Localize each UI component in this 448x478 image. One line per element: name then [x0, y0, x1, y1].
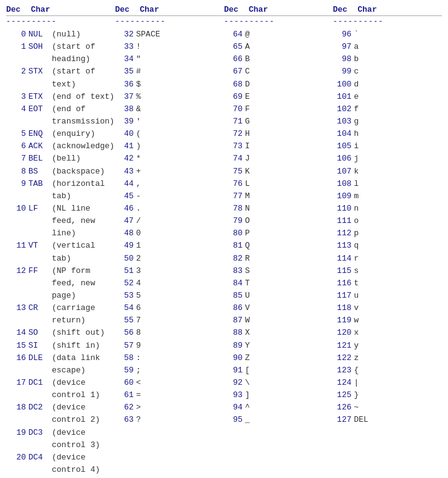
- table-row: 112 p: [333, 227, 442, 240]
- cell-char: SPACE: [136, 28, 225, 41]
- cell-desc: (null): [52, 28, 115, 41]
- cell-char: M: [245, 190, 333, 203]
- cell-char: Q: [245, 240, 333, 252]
- cell-char: Z: [245, 352, 333, 364]
- col4-header-dec: Dec: [333, 5, 358, 14]
- cell-char: e: [354, 91, 442, 103]
- col4-header: Dec Char: [333, 5, 442, 16]
- cell-dec: 71: [224, 115, 245, 128]
- cell-dec: 60: [115, 377, 136, 389]
- cell-char: u: [354, 290, 442, 302]
- table-row: 117 u: [333, 290, 442, 302]
- cell-dec: 97: [333, 41, 354, 53]
- cell-char: %: [136, 91, 225, 103]
- cell-dec: 80: [224, 227, 245, 240]
- cell-dec: 79: [224, 215, 245, 227]
- table-row: 59 ;: [115, 364, 225, 377]
- cell-dec: 11: [6, 240, 28, 252]
- cell-dec: 102: [333, 103, 354, 115]
- table-row: 1 SOH (start of heading): [6, 41, 115, 65]
- cell-dec: 84: [224, 277, 245, 290]
- cell-dec: 94: [224, 401, 245, 414]
- cell-abbr: DC3: [28, 427, 52, 439]
- cell-dec: 118: [333, 302, 354, 314]
- table-row: 62 >: [115, 401, 225, 414]
- cell-dec: 93: [224, 389, 245, 401]
- cell-dec: 115: [333, 265, 354, 277]
- cell-char: *: [136, 153, 225, 165]
- cell-char: {: [354, 364, 442, 377]
- cell-char: DEL: [354, 414, 442, 426]
- cell-char: H: [245, 128, 333, 140]
- cell-dec: 44: [115, 178, 136, 190]
- cell-char: 1: [136, 240, 225, 252]
- cell-char: /: [136, 215, 225, 227]
- cell-dec: 98: [333, 53, 354, 65]
- table-row: 3 ETX (end of text): [6, 91, 115, 103]
- cell-dec: 41: [115, 140, 136, 153]
- cell-dec: 5: [6, 128, 28, 140]
- table-row: 116 t: [333, 277, 442, 290]
- table-row: 109 m: [333, 190, 442, 203]
- cell-dec: 122: [333, 352, 354, 364]
- table-row: 0 NUL (null): [6, 28, 115, 41]
- cell-char: @: [245, 28, 333, 41]
- cell-char: a: [354, 41, 442, 53]
- cell-dec: 77: [224, 190, 245, 203]
- cell-char: p: [354, 227, 442, 240]
- cell-desc: (device control 1): [52, 377, 115, 401]
- cell-char: t: [354, 277, 442, 290]
- cell-dec: 109: [333, 190, 354, 203]
- col2-divider: ----------: [115, 17, 225, 26]
- table-row: 71 G: [224, 115, 333, 128]
- cell-dec: 95: [224, 414, 245, 426]
- cell-dec: 110: [333, 203, 354, 215]
- table-row: 42 *: [115, 153, 225, 165]
- cell-dec: 50: [115, 253, 136, 265]
- table-row: 65 A: [224, 41, 333, 53]
- table-row: 80 P: [224, 227, 333, 240]
- cell-dec: 64: [224, 28, 245, 41]
- table-row: 11 VT (vertical tab): [6, 240, 115, 264]
- table-row: 61 =: [115, 389, 225, 401]
- cell-dec: 36: [115, 78, 136, 91]
- cell-char: +: [136, 166, 225, 178]
- cell-desc: (acknowledge): [52, 140, 115, 153]
- cell-dec: 119: [333, 314, 354, 327]
- table-row: 35 #: [115, 65, 225, 78]
- cell-dec: 56: [115, 327, 136, 339]
- cell-dec: 111: [333, 215, 354, 227]
- cell-desc: (backspace): [52, 166, 115, 178]
- table-row: 20 DC4 (device control 4): [6, 451, 115, 476]
- cell-char: -: [136, 190, 225, 203]
- table-row: 89 Y: [224, 340, 333, 352]
- table-row: 63 ?: [115, 414, 225, 426]
- cell-dec: 72: [224, 128, 245, 140]
- table-row: 17 DC1 (device control 1): [6, 377, 115, 401]
- cell-dec: 66: [224, 53, 245, 65]
- cell-char: w: [354, 314, 442, 327]
- table-row: 120 x: [333, 327, 442, 339]
- cell-dec: 7: [6, 153, 28, 165]
- table-row: 40 (: [115, 128, 225, 140]
- cell-char: m: [354, 190, 442, 203]
- cell-char: 2: [136, 253, 225, 265]
- table-row: 86 V: [224, 302, 333, 314]
- cell-dec: 74: [224, 153, 245, 165]
- col1-header-dec: Dec: [6, 5, 31, 14]
- cell-abbr: NUL: [28, 28, 52, 41]
- table-row: 9 TAB (horizontal tab): [6, 178, 115, 203]
- cell-dec: 38: [115, 103, 136, 115]
- cell-abbr: CR: [28, 302, 52, 314]
- cell-abbr: DC4: [28, 451, 52, 464]
- cell-desc: (device control 2): [52, 401, 115, 426]
- cell-dec: 69: [224, 91, 245, 103]
- cell-dec: 35: [115, 65, 136, 78]
- col3-divider: ----------: [224, 17, 333, 26]
- cell-abbr: DC2: [28, 401, 52, 414]
- cell-char: I: [245, 140, 333, 153]
- cell-dec: 91: [224, 364, 245, 377]
- cell-char: x: [354, 327, 442, 339]
- cell-dec: 114: [333, 253, 354, 265]
- table-row: 94 ^: [224, 401, 333, 414]
